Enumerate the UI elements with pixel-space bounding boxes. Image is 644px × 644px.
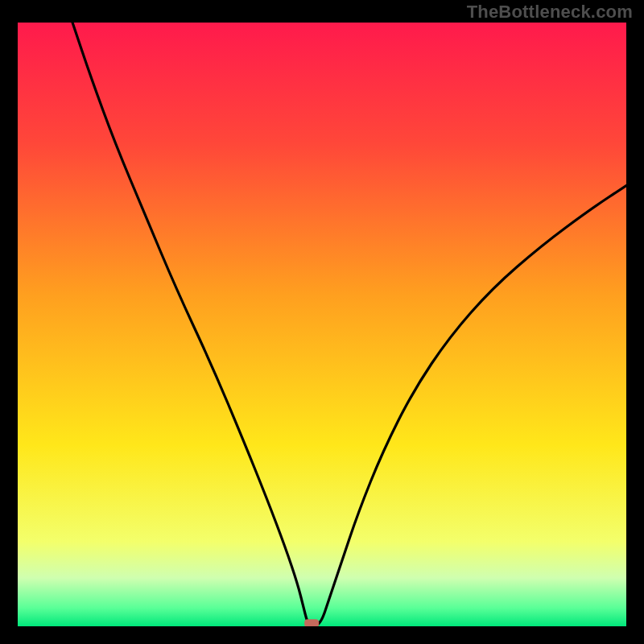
bottleneck-marker: [304, 619, 319, 626]
chart-background: [18, 23, 626, 626]
chart-frame: TheBottleneck.com: [0, 0, 644, 644]
watermark-text: TheBottleneck.com: [467, 2, 633, 23]
chart-svg: [18, 23, 626, 626]
chart-plot: [18, 23, 626, 626]
